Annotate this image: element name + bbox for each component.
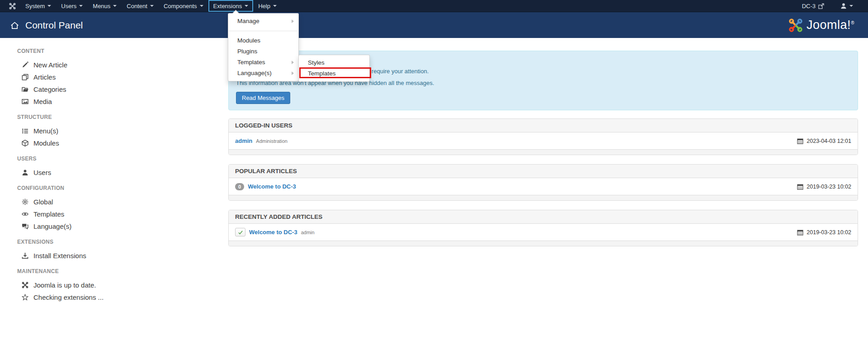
sidebar-item-languages[interactable]: Language(s) [17, 220, 130, 232]
download-icon [21, 252, 28, 259]
menu-content[interactable]: Content [122, 0, 159, 12]
caret-down-icon [79, 5, 83, 7]
sidebar-item-label: Joomla is up to date. [33, 281, 96, 289]
sidebar-item-label: Checking extensions ... [33, 293, 104, 301]
joomla-admin-page: System Users Menus Content Components Ex… [0, 0, 868, 340]
article-link[interactable]: Welcome to DC-3 [248, 183, 296, 190]
copy-icon [21, 74, 28, 80]
sidebar-heading-users: USERS [17, 155, 130, 163]
sidebar-item-new-article[interactable]: New Article [17, 59, 130, 71]
menu-extensions-label: Extensions [213, 3, 242, 9]
joomla-icon [9, 3, 16, 9]
user-menu[interactable] [835, 0, 858, 12]
dropdown-divider [229, 31, 298, 31]
person-icon [840, 3, 847, 9]
menu-components[interactable]: Components [159, 0, 208, 12]
dropdown-item-label: Language(s) [237, 70, 272, 76]
submenu-item-styles[interactable]: Styles [299, 57, 369, 68]
dropdown-item-plugins[interactable]: Plugins [228, 46, 298, 57]
menu-help-label: Help [258, 3, 270, 9]
caret-down-icon [47, 5, 51, 7]
menu-extensions[interactable]: Extensions [208, 0, 254, 12]
sidebar-item-install-extensions[interactable]: Install Extensions [17, 250, 130, 262]
table-row: 0 Welcome to DC-3 2019-03-23 10:02 [229, 178, 858, 195]
chevron-right-icon [292, 19, 294, 23]
popular-articles-panel: POPULAR ARTICLES 0 Welcome to DC-3 2019-… [228, 164, 858, 201]
sidebar-item-label: Modules [33, 139, 59, 147]
admin-menu-right: DC-3 [797, 0, 868, 12]
submenu-item-templates[interactable]: Templates [299, 68, 369, 79]
sidebar-heading-structure: STRUCTURE [17, 113, 130, 121]
caret-down-icon [849, 5, 853, 7]
menu-help[interactable]: Help [253, 0, 282, 12]
dropdown-item-manage[interactable]: Manage [228, 16, 298, 27]
title-bar-left: Control Panel [10, 20, 83, 31]
sidebar-item-users[interactable]: Users [17, 166, 130, 179]
sidebar-item-templates[interactable]: Templates [17, 208, 130, 220]
date-group: 2023-04-03 12:01 [797, 138, 851, 144]
sidebar: CONTENT New Article Articles Categories … [17, 38, 130, 303]
joomla-logo-mark [788, 18, 803, 33]
caret-down-icon [150, 5, 154, 7]
list-icon [21, 128, 28, 134]
panel-title: RECENTLY ADDED ARTICLES [229, 210, 858, 224]
joomla-brand-icon [0, 0, 20, 12]
site-name-label: DC-3 [802, 3, 816, 9]
panel-footer [229, 149, 858, 155]
sidebar-heading-content: CONTENT [17, 47, 130, 55]
sidebar-item-categories[interactable]: Categories [17, 83, 130, 95]
panel-footer [229, 241, 858, 246]
admin-menu-left: System Users Menus Content Components Ex… [0, 0, 282, 12]
sidebar-item-articles[interactable]: Articles [17, 71, 130, 83]
sidebar-item-menus[interactable]: Menu(s) [17, 125, 130, 137]
menu-menus-label: Menus [93, 3, 110, 9]
page-title: Control Panel [25, 20, 83, 31]
table-row: admin Administration 2023-04-03 12:01 [229, 132, 858, 149]
dropdown-item-languages[interactable]: Language(s) [228, 68, 298, 79]
chevron-right-icon [292, 61, 294, 64]
menu-menus[interactable]: Menus [88, 0, 122, 12]
row-content: Welcome to DC-3 admin [235, 228, 315, 236]
check-icon [238, 230, 243, 235]
row-content: admin Administration [235, 137, 288, 144]
user-link[interactable]: admin [235, 137, 252, 144]
folder-icon [21, 86, 28, 93]
sidebar-item-global[interactable]: Global [17, 196, 130, 208]
calendar-icon [797, 229, 803, 236]
star-icon [21, 294, 28, 301]
sidebar-item-label: Users [33, 169, 51, 176]
joomla-logo: Joomla!® [788, 18, 858, 33]
submenu-item-label: Templates [308, 70, 336, 77]
home-icon [10, 21, 19, 29]
user-group-label: Administration [256, 138, 288, 144]
sidebar-item-joomla-up-to-date[interactable]: Joomla is up to date. [17, 279, 130, 291]
article-author: admin [301, 230, 315, 235]
menu-components-label: Components [164, 3, 197, 9]
admin-menu-bar: System Users Menus Content Components Ex… [0, 0, 868, 12]
menu-system-label: System [25, 3, 45, 9]
menu-users[interactable]: Users [56, 0, 88, 12]
sidebar-item-checking-extensions[interactable]: Checking extensions ... [17, 291, 130, 303]
title-bar: Control Panel Joomla!® [0, 12, 868, 38]
table-row: Welcome to DC-3 admin 2019-03-23 10:02 [229, 224, 858, 241]
article-link[interactable]: Welcome to DC-3 [249, 229, 297, 236]
logged-in-users-panel: LOGGED-IN USERS admin Administration 202… [228, 118, 858, 155]
dropdown-item-templates[interactable]: Templates [228, 57, 298, 68]
caret-down-icon [200, 5, 203, 7]
external-link-icon [818, 3, 824, 9]
sidebar-item-media[interactable]: Media [17, 95, 130, 108]
hits-badge: 0 [235, 183, 244, 190]
sidebar-item-label: Templates [33, 210, 64, 218]
read-messages-button[interactable]: Read Messages [236, 92, 290, 104]
recently-added-articles-panel: RECENTLY ADDED ARTICLES Welcome to DC-3 … [228, 210, 858, 246]
main-content: You have post-installation messages Ther… [228, 38, 858, 340]
chevron-right-icon [292, 71, 294, 75]
published-status-button[interactable] [235, 228, 245, 236]
menu-system[interactable]: System [20, 0, 56, 12]
sidebar-item-modules[interactable]: Modules [17, 137, 130, 149]
dropdown-item-modules[interactable]: Modules [228, 35, 298, 46]
joomla-icon [21, 282, 28, 288]
joomla-logo-text: Joomla!® [807, 18, 854, 32]
site-preview-link[interactable]: DC-3 [797, 0, 829, 12]
pencil-icon [21, 61, 28, 68]
